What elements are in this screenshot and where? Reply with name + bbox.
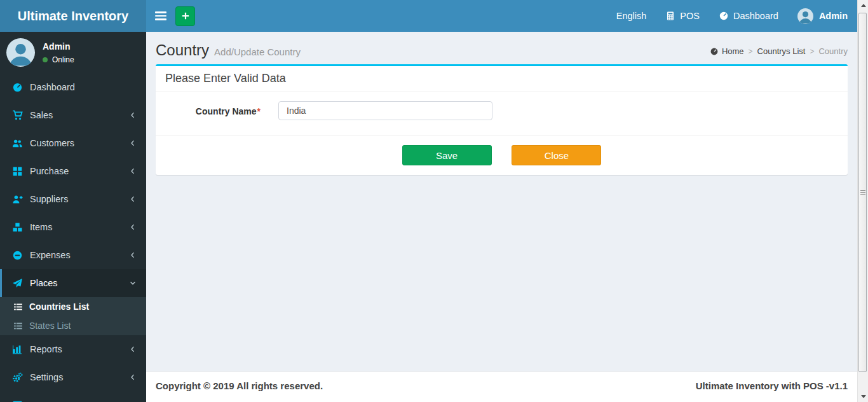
grid-icon bbox=[12, 166, 23, 177]
content-area: CountryAdd/Update Country Home > Country… bbox=[146, 32, 857, 371]
sidebar-item-purchase[interactable]: Purchase bbox=[0, 157, 146, 185]
required-asterisk: * bbox=[257, 106, 261, 116]
user-avatar-icon bbox=[797, 8, 813, 24]
places-submenu: Countries List States List bbox=[0, 297, 146, 335]
scroll-down-button[interactable] bbox=[858, 391, 868, 402]
hamburger-icon bbox=[155, 11, 166, 13]
nav-language[interactable]: English bbox=[607, 0, 656, 32]
country-name-input[interactable] bbox=[278, 101, 492, 120]
sidebar-user-name: Admin bbox=[43, 41, 74, 52]
page-subtitle: Add/Update Country bbox=[214, 46, 301, 57]
nav-pos[interactable]: POS bbox=[656, 0, 709, 32]
chevron-left-icon bbox=[128, 111, 137, 120]
sidebar-user-status: Online bbox=[43, 55, 74, 64]
page-title: Country bbox=[156, 41, 209, 59]
bar-chart-icon bbox=[12, 344, 23, 355]
users-icon bbox=[12, 138, 23, 149]
cubes-icon bbox=[12, 222, 23, 233]
sidebar-item-sales[interactable]: Sales bbox=[0, 101, 146, 129]
triangle-up-icon bbox=[861, 4, 866, 7]
online-status-icon bbox=[43, 57, 48, 62]
chevron-left-icon bbox=[128, 223, 137, 232]
add-button[interactable] bbox=[175, 6, 195, 26]
brand-logo[interactable]: Ultimate Inventory bbox=[0, 0, 146, 32]
country-name-label: Country Name* bbox=[165, 101, 261, 126]
triangle-down-icon bbox=[861, 395, 866, 398]
sidebar-toggle-button[interactable] bbox=[146, 0, 167, 32]
breadcrumb: Home > Countrys List > Country bbox=[710, 46, 848, 56]
navbar-menu: English POS Dashboard Admin bbox=[607, 0, 857, 32]
gauge-icon bbox=[12, 82, 23, 93]
footer-version: Ultimate Inventory with POS -v1.1 bbox=[696, 380, 848, 391]
close-button[interactable]: Close bbox=[512, 145, 601, 165]
panel-footer: Save Close bbox=[156, 135, 848, 175]
chevron-left-icon bbox=[128, 139, 137, 148]
chevron-left-icon bbox=[128, 345, 137, 354]
chevron-down-icon bbox=[128, 279, 137, 288]
sidebar-item-suppliers[interactable]: Suppliers bbox=[0, 185, 146, 213]
sidebar-item-items[interactable]: Items bbox=[0, 213, 146, 241]
chevron-left-icon bbox=[128, 373, 137, 382]
sidebar-item-expenses[interactable]: Expenses bbox=[0, 241, 146, 269]
home-gauge-icon bbox=[710, 47, 719, 56]
calculator-icon bbox=[665, 11, 675, 21]
breadcrumb-separator: > bbox=[805, 47, 818, 56]
scrollbar-thumb[interactable] bbox=[858, 13, 867, 372]
page-footer: Ultimate Inventory with POS -v1.1 Copyri… bbox=[146, 371, 857, 402]
sidebar-item-places[interactable]: Places bbox=[0, 269, 146, 297]
nav-user[interactable]: Admin bbox=[788, 0, 857, 32]
content-header: CountryAdd/Update Country Home > Country… bbox=[146, 32, 857, 59]
user-avatar-icon bbox=[6, 38, 35, 67]
save-button[interactable]: Save bbox=[402, 145, 492, 165]
sidebar-item-partial[interactable] bbox=[0, 391, 146, 402]
nav-dashboard[interactable]: Dashboard bbox=[709, 0, 788, 32]
sidebar-item-reports[interactable]: Reports bbox=[0, 335, 146, 363]
breadcrumb-countrys-list-link[interactable]: Countrys List bbox=[757, 46, 806, 56]
brand-title: Ultimate Inventory bbox=[18, 9, 128, 24]
gears-icon bbox=[12, 372, 23, 383]
top-navbar: English POS Dashboard Admin bbox=[146, 0, 857, 32]
list-icon bbox=[13, 321, 23, 331]
gauge-icon bbox=[719, 11, 729, 21]
panel-body: Country Name* bbox=[156, 92, 848, 135]
sidebar-item-countries-list[interactable]: Countries List bbox=[0, 297, 146, 316]
panel-heading: Please Enter Valid Data bbox=[156, 66, 848, 92]
list-icon bbox=[13, 302, 23, 312]
chevron-left-icon bbox=[128, 251, 137, 260]
sidebar-menu-lower: Reports Settings bbox=[0, 335, 146, 402]
chevron-left-icon bbox=[128, 167, 137, 176]
online-status-label: Online bbox=[52, 55, 74, 64]
sidebar-item-dashboard[interactable]: Dashboard bbox=[0, 73, 146, 101]
sidebar-item-states-list[interactable]: States List bbox=[0, 316, 146, 335]
breadcrumb-current: Country bbox=[818, 46, 848, 56]
sidebar-item-settings[interactable]: Settings bbox=[0, 363, 146, 391]
chevron-left-icon bbox=[128, 195, 137, 204]
sidebar-item-customers[interactable]: Customers bbox=[0, 129, 146, 157]
country-form-panel: Please Enter Valid Data Country Name* Sa… bbox=[156, 64, 848, 175]
sidebar-user-panel: Admin Online bbox=[0, 32, 146, 73]
footer-copyright: Copyright © 2019 All rights reserved. bbox=[156, 380, 323, 391]
minus-circle-icon bbox=[12, 250, 23, 261]
menu-icon bbox=[12, 400, 23, 402]
scroll-up-button[interactable] bbox=[858, 0, 868, 11]
vertical-scrollbar[interactable] bbox=[857, 0, 868, 402]
paper-plane-icon bbox=[12, 278, 23, 289]
breadcrumb-separator: > bbox=[744, 47, 757, 56]
plus-icon bbox=[180, 11, 191, 21]
user-plus-icon bbox=[12, 194, 23, 205]
breadcrumb-home-link[interactable]: Home bbox=[722, 46, 744, 56]
sidebar: Ultimate Inventory Admin Online Dashboar… bbox=[0, 0, 146, 402]
sidebar-menu: Dashboard Sales Customers Purchase Suppl… bbox=[0, 73, 146, 297]
cart-icon bbox=[12, 110, 23, 121]
